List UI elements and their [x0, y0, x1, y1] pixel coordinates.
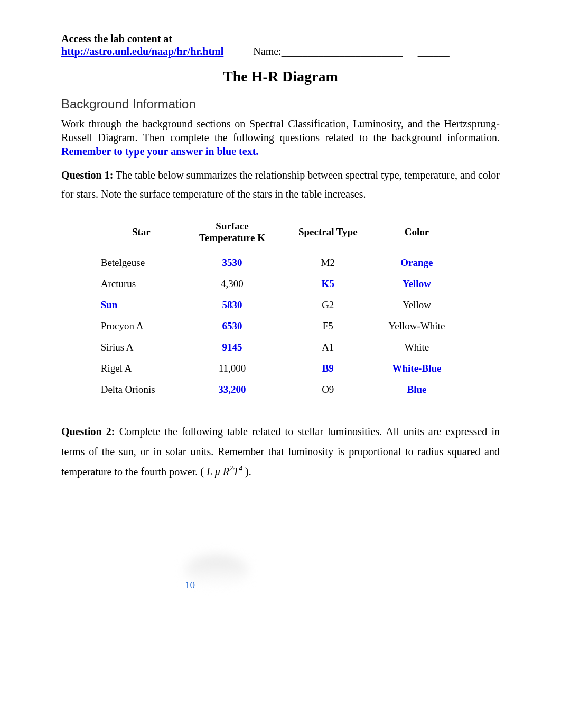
blue-reminder: Remember to type your answer in blue tex…: [61, 145, 258, 157]
table-row: Arcturus4,300K5Yellow: [101, 273, 461, 294]
table-header-row: Star Surface Temperature K Spectral Type…: [101, 216, 461, 252]
table-cell: 3530: [182, 252, 283, 273]
th-star: Star: [101, 216, 182, 252]
table-row: Rigel A11,000B9White-Blue: [101, 358, 461, 379]
table-cell: Sun: [101, 294, 182, 316]
table-cell: O9: [283, 379, 373, 400]
table-row: Procyon A6530F5Yellow-White: [101, 316, 461, 337]
table-row: Sun5830G2Yellow: [101, 294, 461, 316]
spectral-table: Star Surface Temperature K Spectral Type…: [101, 216, 461, 400]
table-cell: 9145: [182, 337, 283, 358]
table-cell: White: [373, 337, 461, 358]
section-heading-background: Background Information: [61, 97, 500, 112]
intro-paragraph: Work through the background sections on …: [61, 117, 500, 158]
document-header: Access the lab content at http://astro.u…: [61, 32, 500, 58]
table-cell: Procyon A: [101, 316, 182, 337]
table-cell: B9: [283, 358, 373, 379]
name-blank-line-2[interactable]: ______: [418, 45, 450, 58]
question-2: Question 2: Complete the following table…: [61, 421, 500, 482]
table-cell: 33,200: [182, 379, 283, 400]
table-cell: G2: [283, 294, 373, 316]
table-row: Sirius A9145A1White: [101, 337, 461, 358]
table-cell: 4,300: [182, 273, 283, 294]
table-row: Delta Orionis33,200O9Blue: [101, 379, 461, 400]
table-cell: Rigel A: [101, 358, 182, 379]
table-cell: Orange: [373, 252, 461, 273]
page-number: 10: [185, 579, 195, 591]
table-cell: A1: [283, 337, 373, 358]
table-cell: Blue: [373, 379, 461, 400]
access-label: Access the lab content at: [61, 32, 500, 45]
table-cell: White-Blue: [373, 358, 461, 379]
table-cell: 5830: [182, 294, 283, 316]
question-1: Question 1: The table below summarizes t…: [61, 165, 500, 204]
th-color: Color: [373, 216, 461, 252]
name-blank-line[interactable]: _______________________: [282, 45, 403, 58]
table-cell: Yellow: [373, 294, 461, 316]
table-row: Betelgeuse3530M2Orange: [101, 252, 461, 273]
table-cell: M2: [283, 252, 373, 273]
table-cell: Betelgeuse: [101, 252, 182, 273]
table-cell: Delta Orionis: [101, 379, 182, 400]
th-spectral-type: Spectral Type: [283, 216, 373, 252]
table-cell: Yellow: [373, 273, 461, 294]
th-temperature: Surface Temperature K: [182, 216, 283, 252]
question-1-text: The table below summarizes the relations…: [61, 169, 500, 200]
table-cell: 11,000: [182, 358, 283, 379]
table-cell: F5: [283, 316, 373, 337]
name-label: Name:: [253, 45, 281, 58]
table-cell: Yellow-White: [373, 316, 461, 337]
table-cell: K5: [283, 273, 373, 294]
luminosity-formula: L μ R2T4: [204, 466, 245, 477]
question-1-label: Question 1:: [61, 169, 113, 181]
table-cell: 6530: [182, 316, 283, 337]
table-cell: Sirius A: [101, 337, 182, 358]
lab-url-link[interactable]: http://astro.unl.edu/naap/hr/hr.html: [61, 45, 223, 58]
intro-text: Work through the background sections on …: [61, 118, 500, 143]
document-title: The H-R Diagram: [61, 68, 500, 85]
table-cell: Arcturus: [101, 273, 182, 294]
question-2-text: Complete the following table related to …: [61, 426, 500, 477]
question-2-label: Question 2:: [61, 426, 115, 437]
